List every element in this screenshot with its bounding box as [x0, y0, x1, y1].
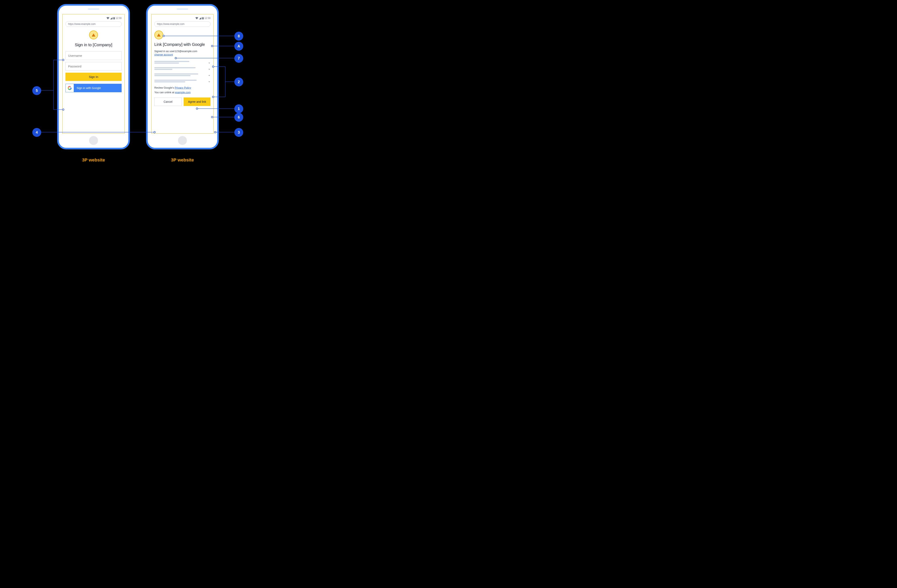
home-button[interactable]	[89, 136, 98, 145]
change-account-link[interactable]: change account	[155, 53, 173, 56]
cell-icon	[199, 17, 201, 19]
unlink-link[interactable]: example.com	[175, 91, 190, 94]
status-bar: 12:30	[155, 16, 211, 20]
permissions-list: ⌄ ⌄ ⌄ ⌄	[155, 59, 211, 84]
screen-signin: 12:30 https://www.example.com Sign in to…	[63, 14, 125, 134]
permission-item[interactable]: ⌄	[155, 72, 211, 78]
home-button[interactable]	[178, 136, 187, 145]
annotation-badge-6: 6	[234, 113, 243, 122]
cancel-button[interactable]: Cancel	[155, 98, 182, 106]
annotation-badge-1: 1	[234, 104, 243, 113]
permission-item[interactable]: ⌄	[155, 59, 211, 66]
phone-speaker	[88, 9, 99, 10]
company-logo	[155, 31, 163, 39]
url-bar[interactable]: https://www.example.com	[66, 21, 122, 27]
google-logo-icon	[66, 84, 74, 92]
wifi-icon	[195, 17, 198, 19]
consent-title: Link [Company] with Google	[155, 42, 211, 47]
caption-phone-1: 3P website	[57, 157, 130, 163]
status-time: 12:30	[116, 17, 122, 20]
annotation-badge-7: 7	[234, 54, 243, 63]
privacy-policy-link[interactable]: Privacy Policy	[175, 86, 191, 89]
wifi-icon	[106, 17, 109, 19]
status-time: 12:30	[204, 17, 211, 20]
unlink-line: You can unlink at example.com	[155, 91, 211, 94]
chevron-down-icon: ⌄	[208, 73, 211, 77]
svg-rect-0	[113, 17, 115, 19]
privacy-line: Review Google's Privacy Policy	[155, 86, 211, 89]
agree-button[interactable]: Agree and link	[184, 98, 211, 106]
permission-item[interactable]: ⌄	[155, 66, 211, 72]
permission-item[interactable]: ⌄	[155, 78, 211, 84]
phone-speaker	[177, 9, 188, 10]
triangle-icon	[92, 34, 95, 37]
annotation-badge-2: 2	[234, 78, 243, 86]
battery-icon	[113, 17, 115, 19]
company-logo	[89, 31, 98, 39]
screen-consent: 12:30 https://www.example.com Link [Comp…	[151, 14, 214, 134]
annotation-badge-3: 3	[234, 128, 243, 137]
caption-phone-2: 3P website	[146, 157, 219, 163]
cell-icon	[110, 17, 113, 19]
annotation-badge-8: 8	[234, 32, 243, 41]
annotation-badge-A: A	[234, 42, 243, 51]
google-signin-label: Sign in with Google	[74, 86, 121, 90]
annotation-badge-4: 4	[32, 128, 41, 137]
signin-button[interactable]: Sign In	[66, 73, 122, 81]
google-signin-button[interactable]: Sign in with Google	[66, 84, 122, 92]
chevron-down-icon: ⌄	[208, 60, 211, 64]
battery-icon	[202, 17, 204, 19]
signed-in-as: Signed in as user123@example.com	[155, 50, 211, 53]
url-bar[interactable]: https://www.example.com	[155, 21, 211, 27]
username-input[interactable]	[66, 51, 122, 60]
status-bar: 12:30	[66, 16, 122, 20]
chevron-down-icon: ⌄	[208, 79, 211, 83]
phone-signin: 12:30 https://www.example.com Sign in to…	[57, 4, 130, 150]
signin-title: Sign in to [Company]	[66, 43, 122, 47]
svg-rect-2	[202, 17, 204, 19]
phone-consent: 12:30 https://www.example.com Link [Comp…	[146, 4, 219, 150]
triangle-icon	[157, 34, 161, 37]
annotation-badge-5: 5	[32, 86, 41, 95]
consent-actions: Cancel Agree and link	[155, 98, 211, 106]
chevron-down-icon: ⌄	[208, 67, 211, 70]
password-input[interactable]	[66, 62, 122, 71]
